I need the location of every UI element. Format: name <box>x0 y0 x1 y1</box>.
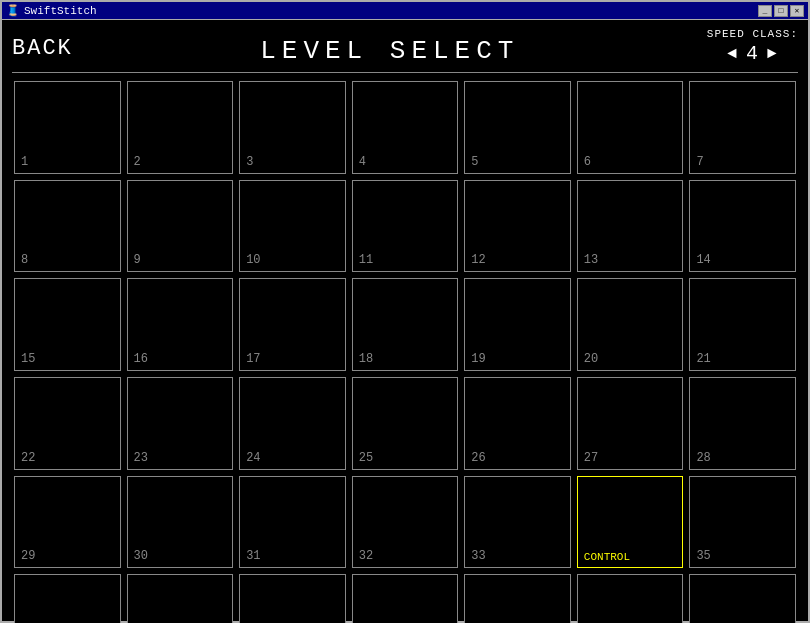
level-cell-29[interactable]: 29 <box>14 476 121 569</box>
level-label-29: 29 <box>21 549 35 563</box>
level-grid: 1234567891011121314151617181920212223242… <box>12 81 798 623</box>
title-bar-left: 🧵 SwiftStitch <box>6 4 97 17</box>
level-label-5: 5 <box>471 155 478 169</box>
level-cell-11[interactable]: 11 <box>352 180 459 273</box>
level-cell-8[interactable]: 8 <box>14 180 121 273</box>
level-cell-25[interactable]: 25 <box>352 377 459 470</box>
level-label-18: 18 <box>359 352 373 366</box>
level-cell-33[interactable]: 33 <box>464 476 571 569</box>
main-window: 🧵 SwiftStitch _ □ ✕ BACK LEVEL SELECT SP… <box>0 0 810 623</box>
level-cell-27[interactable]: 27 <box>577 377 684 470</box>
level-label-1: 1 <box>21 155 28 169</box>
level-cell-6[interactable]: 6 <box>577 81 684 174</box>
level-cell-34[interactable]: CONTROL <box>577 476 684 569</box>
level-cell-4[interactable]: 4 <box>352 81 459 174</box>
level-label-7: 7 <box>696 155 703 169</box>
content-area: BACK LEVEL SELECT SPEED CLASS: ◄ 4 ► 123… <box>2 20 808 623</box>
level-cell-32[interactable]: 32 <box>352 476 459 569</box>
header-divider <box>12 72 798 73</box>
level-cell-40[interactable]: 40 <box>464 574 571 623</box>
level-cell-16[interactable]: 16 <box>127 278 234 371</box>
level-label-6: 6 <box>584 155 591 169</box>
level-cell-42[interactable]: 42 <box>689 574 796 623</box>
maximize-button[interactable]: □ <box>774 5 788 17</box>
level-cell-1[interactable]: 1 <box>14 81 121 174</box>
level-label-14: 14 <box>696 253 710 267</box>
level-cell-3[interactable]: 3 <box>239 81 346 174</box>
level-cell-9[interactable]: 9 <box>127 180 234 273</box>
level-cell-37[interactable]: 37 <box>127 574 234 623</box>
speed-increase-button[interactable]: ► <box>767 45 778 63</box>
level-cell-18[interactable]: 18 <box>352 278 459 371</box>
level-label-34: CONTROL <box>584 551 630 563</box>
title-bar-icon: 🧵 <box>6 4 20 17</box>
header: BACK LEVEL SELECT SPEED CLASS: ◄ 4 ► <box>12 28 798 66</box>
level-cell-10[interactable]: 10 <box>239 180 346 273</box>
level-cell-30[interactable]: 30 <box>127 476 234 569</box>
level-label-21: 21 <box>696 352 710 366</box>
level-label-26: 26 <box>471 451 485 465</box>
level-label-4: 4 <box>359 155 366 169</box>
level-label-31: 31 <box>246 549 260 563</box>
level-label-9: 9 <box>134 253 141 267</box>
level-label-22: 22 <box>21 451 35 465</box>
level-cell-21[interactable]: 21 <box>689 278 796 371</box>
level-cell-41[interactable]: 41 <box>577 574 684 623</box>
level-label-33: 33 <box>471 549 485 563</box>
level-label-30: 30 <box>134 549 148 563</box>
level-label-28: 28 <box>696 451 710 465</box>
speed-class-controls: ◄ 4 ► <box>727 42 777 65</box>
level-label-35: 35 <box>696 549 710 563</box>
level-cell-12[interactable]: 12 <box>464 180 571 273</box>
level-label-10: 10 <box>246 253 260 267</box>
level-cell-2[interactable]: 2 <box>127 81 234 174</box>
level-label-2: 2 <box>134 155 141 169</box>
level-cell-39[interactable]: 39 <box>352 574 459 623</box>
level-label-3: 3 <box>246 155 253 169</box>
level-cell-36[interactable]: 36 <box>14 574 121 623</box>
level-label-11: 11 <box>359 253 373 267</box>
level-label-19: 19 <box>471 352 485 366</box>
level-label-24: 24 <box>246 451 260 465</box>
level-label-27: 27 <box>584 451 598 465</box>
level-cell-24[interactable]: 24 <box>239 377 346 470</box>
back-button[interactable]: BACK <box>12 36 73 61</box>
level-label-15: 15 <box>21 352 35 366</box>
level-label-32: 32 <box>359 549 373 563</box>
level-cell-7[interactable]: 7 <box>689 81 796 174</box>
level-cell-5[interactable]: 5 <box>464 81 571 174</box>
speed-value: 4 <box>746 42 759 65</box>
level-label-23: 23 <box>134 451 148 465</box>
level-cell-28[interactable]: 28 <box>689 377 796 470</box>
level-cell-38[interactable]: 38 <box>239 574 346 623</box>
speed-class-control: SPEED CLASS: ◄ 4 ► <box>707 28 798 65</box>
level-label-8: 8 <box>21 253 28 267</box>
level-label-25: 25 <box>359 451 373 465</box>
level-label-12: 12 <box>471 253 485 267</box>
speed-decrease-button[interactable]: ◄ <box>727 45 738 63</box>
level-cell-17[interactable]: 17 <box>239 278 346 371</box>
close-button[interactable]: ✕ <box>790 5 804 17</box>
title-bar-controls: _ □ ✕ <box>758 5 804 17</box>
level-cell-31[interactable]: 31 <box>239 476 346 569</box>
level-cell-35[interactable]: 35 <box>689 476 796 569</box>
level-label-17: 17 <box>246 352 260 366</box>
level-label-16: 16 <box>134 352 148 366</box>
page-title: LEVEL SELECT <box>73 36 707 66</box>
level-cell-15[interactable]: 15 <box>14 278 121 371</box>
level-cell-23[interactable]: 23 <box>127 377 234 470</box>
title-bar-title: SwiftStitch <box>24 5 97 17</box>
level-cell-26[interactable]: 26 <box>464 377 571 470</box>
level-label-20: 20 <box>584 352 598 366</box>
level-cell-20[interactable]: 20 <box>577 278 684 371</box>
level-label-13: 13 <box>584 253 598 267</box>
speed-class-label: SPEED CLASS: <box>707 28 798 40</box>
level-cell-13[interactable]: 13 <box>577 180 684 273</box>
minimize-button[interactable]: _ <box>758 5 772 17</box>
level-cell-19[interactable]: 19 <box>464 278 571 371</box>
title-bar: 🧵 SwiftStitch _ □ ✕ <box>2 2 808 20</box>
level-cell-22[interactable]: 22 <box>14 377 121 470</box>
level-cell-14[interactable]: 14 <box>689 180 796 273</box>
